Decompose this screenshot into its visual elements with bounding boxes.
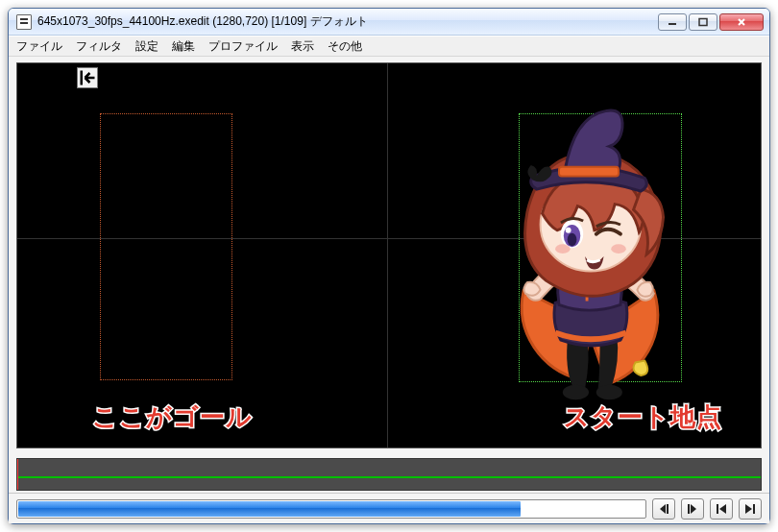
timeline-clip-line [17,476,761,478]
menu-other[interactable]: その他 [328,38,362,55]
svg-point-11 [555,244,571,254]
maximize-icon [697,17,709,27]
start-label: スタート地点 [564,400,722,434]
menu-settings[interactable]: 設定 [135,38,158,55]
close-icon [736,17,747,27]
titlebar: 645x1073_30fps_44100Hz.exedit (1280,720)… [9,9,769,36]
window-buttons [658,13,764,31]
timeline-cursor[interactable] [17,459,18,490]
menu-file[interactable]: ファイル [16,38,62,55]
playback-controls [9,493,769,523]
timeline-area [9,454,769,493]
svg-point-10 [566,228,571,233]
svg-rect-13 [559,167,619,177]
menu-profile[interactable]: プロファイル [208,38,278,55]
window-title: 645x1073_30fps_44100Hz.exedit (1280,720)… [37,13,368,30]
step-forward-button[interactable] [681,498,704,520]
step-back-button[interactable] [652,498,675,520]
minimize-button[interactable] [658,13,687,31]
svg-rect-1 [699,18,707,25]
jump-end-button[interactable] [739,498,762,520]
jump-start-button[interactable] [710,498,733,520]
jump-end-icon [743,502,757,516]
app-icon [16,14,32,30]
goal-bbox [100,113,232,380]
goal-label: ここがゴール [92,400,253,434]
svg-point-9 [568,233,577,247]
preview-panel[interactable]: ここがゴール スタート地点 [16,62,762,448]
seek-fill [18,501,521,517]
svg-point-3 [563,385,589,400]
menu-view[interactable]: 表示 [291,38,314,55]
seek-bar[interactable] [16,499,646,519]
jump-start-icon [715,502,728,516]
preview-wrap: ここがゴール スタート地点 [9,57,769,454]
menu-edit[interactable]: 編集 [172,38,195,55]
minimize-icon [667,17,678,27]
app-window: 645x1073_30fps_44100Hz.exedit (1280,720)… [8,8,770,524]
menu-filter[interactable]: フィルタ [76,38,122,55]
close-button[interactable] [719,13,764,31]
timeline-track[interactable] [16,458,762,491]
svg-point-12 [611,244,626,254]
menubar: ファイル フィルタ 設定 編集 プロファイル 表示 その他 [9,36,769,57]
client-area: ここがゴール スタート地点 [9,57,769,523]
back-to-start-icon [78,68,97,87]
character-sprite [476,100,701,407]
crosshair-vertical [387,63,388,447]
back-to-start-button[interactable] [77,67,98,88]
step-back-icon [657,502,670,516]
maximize-button[interactable] [689,13,717,31]
step-forward-icon [686,502,699,516]
svg-point-4 [596,385,622,400]
